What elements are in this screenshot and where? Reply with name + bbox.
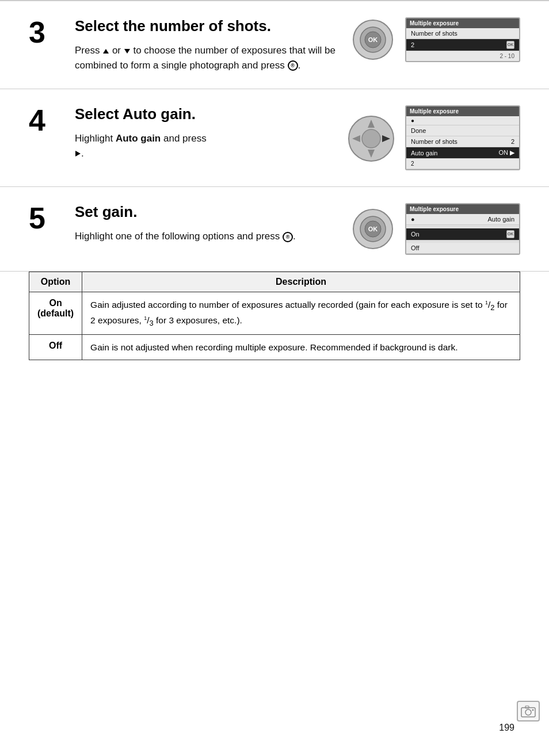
section-3-text: Select the number of shots. Press or to … bbox=[75, 17, 341, 72]
cam4-row-done: Done bbox=[406, 125, 519, 136]
col-option-header: Option bbox=[29, 272, 82, 292]
col-description-header: Description bbox=[82, 272, 520, 292]
cam3-row1-label: Number of shots bbox=[411, 30, 458, 37]
section-4-icon-screen: Multiple exposure ● Done Number of shots… bbox=[348, 105, 520, 170]
triangle-down-icon bbox=[124, 49, 130, 54]
section-3: 3 Select the number of shots. Press or t… bbox=[0, 1, 549, 89]
cam5-subheader-label: Auto gain bbox=[488, 216, 514, 223]
on-default: (default) bbox=[37, 308, 74, 318]
off-bold: Off bbox=[49, 341, 62, 350]
option-off-desc: Gain is not adjusted when recording mult… bbox=[82, 335, 520, 360]
on-bold: On bbox=[49, 298, 62, 308]
triangle-up-icon bbox=[103, 49, 109, 54]
cam3-row2: 2 OK bbox=[406, 39, 519, 51]
triangle-right-icon bbox=[75, 151, 81, 156]
section-3-number: 3 bbox=[29, 17, 58, 47]
cam4-shots-value: 2 bbox=[511, 138, 514, 145]
cam5-header: Multiple exposure bbox=[406, 204, 519, 214]
svg-text:OK: OK bbox=[368, 226, 378, 232]
ok-circle-icon-5: ® bbox=[283, 232, 293, 242]
section-5-right: OK Multiple exposure ● Auto gain On OK bbox=[352, 203, 520, 255]
cam3-value: 2 bbox=[411, 41, 414, 48]
cam5-subheader-icon: ● bbox=[411, 216, 415, 223]
section-5-text: Set gain. Highlight one of the following… bbox=[75, 203, 341, 244]
cam4-shots-label: Number of shots bbox=[411, 138, 458, 145]
section-4-text: Select Auto gain. Highlight Auto gain an… bbox=[75, 105, 336, 161]
cam4-done-label: Done bbox=[411, 127, 426, 134]
section-5-title: Set gain. bbox=[75, 203, 341, 221]
cam5-subheader: ● Auto gain bbox=[406, 214, 519, 225]
option-off-name: Off bbox=[29, 335, 82, 360]
section-4-number: 4 bbox=[29, 105, 58, 135]
section-3-camera-screen: Multiple exposure Number of shots 2 OK 2… bbox=[405, 17, 520, 62]
svg-rect-16 bbox=[525, 706, 529, 708]
option-on-name: On (default) bbox=[29, 292, 82, 335]
cam4-icon: ● bbox=[411, 117, 414, 124]
svg-point-9 bbox=[362, 129, 380, 148]
table-row-off: Off Gain is not adjusted when recording … bbox=[29, 335, 520, 360]
ok-circle-icon: ® bbox=[288, 60, 298, 71]
section-5-number: 5 bbox=[29, 203, 58, 233]
section-4-right: Multiple exposure ● Done Number of shots… bbox=[348, 105, 520, 170]
cam5-ok-icon: OK bbox=[506, 230, 514, 238]
table-row-on: On (default) Gain adjusted according to … bbox=[29, 292, 520, 335]
section-4-body: Highlight Auto gain and press . bbox=[75, 131, 336, 161]
sub-2: 2 bbox=[490, 303, 494, 312]
dpad-icon bbox=[348, 115, 394, 161]
ok-button-icon-5: OK bbox=[352, 208, 394, 250]
cam4-row-shots: Number of shots 2 bbox=[406, 136, 519, 147]
cam5-off-label: Off bbox=[411, 245, 419, 251]
camera-icon-badge bbox=[517, 701, 540, 721]
page: 3 Select the number of shots. Press or t… bbox=[0, 0, 549, 756]
section-3-body: Press or to choose the number of exposur… bbox=[75, 43, 341, 72]
svg-text:OK: OK bbox=[368, 36, 378, 43]
options-table-section: Option Description On (default) Gain adj… bbox=[0, 272, 549, 377]
section-3-right: OK Multiple exposure Number of shots 2 O… bbox=[352, 17, 520, 62]
options-table: Option Description On (default) Gain adj… bbox=[29, 272, 520, 360]
section-4-title-bold: Auto gain bbox=[123, 105, 192, 123]
cam5-on-label: On bbox=[411, 231, 420, 238]
cam4-gain-value: ON ▶ bbox=[498, 149, 514, 156]
cam3-ok-icon: OK bbox=[506, 41, 514, 49]
section-5-icon-screen: OK Multiple exposure ● Auto gain On OK bbox=[352, 203, 520, 255]
section-4-camera-screen: Multiple exposure ● Done Number of shots… bbox=[405, 105, 520, 170]
cam4-header: Multiple exposure bbox=[406, 106, 519, 116]
cam4-gain-label: Auto gain bbox=[411, 150, 437, 156]
sup-2: 1 bbox=[144, 315, 147, 321]
page-number: 199 bbox=[499, 723, 514, 733]
svg-point-15 bbox=[525, 709, 531, 715]
section-5-camera-screen: Multiple exposure ● Auto gain On OK Off bbox=[405, 203, 520, 255]
cam5-row-off: Off bbox=[406, 243, 519, 254]
section-4-title: Select Auto gain. bbox=[75, 105, 336, 123]
cam3-row1: Number of shots bbox=[406, 28, 519, 39]
cam4-row-gain: Auto gain ON ▶ bbox=[406, 147, 519, 159]
cam3-header: Multiple exposure bbox=[406, 18, 519, 28]
cam5-row-on: On OK bbox=[406, 228, 519, 240]
section-5-body: Highlight one of the following options a… bbox=[75, 229, 341, 244]
cam3-footer: 2 - 10 bbox=[406, 51, 519, 61]
option-on-desc: Gain adjusted according to number of exp… bbox=[82, 292, 520, 335]
dpad bbox=[348, 115, 394, 161]
section-5: 5 Set gain. Highlight one of the followi… bbox=[0, 187, 549, 272]
cam4-icon-row: ● bbox=[406, 116, 519, 125]
camera-icon bbox=[521, 705, 536, 717]
cam4-footer-num: 2 bbox=[411, 161, 414, 167]
ok-button-icon: OK bbox=[352, 19, 394, 60]
sub-3: 3 bbox=[150, 319, 154, 327]
section-3-icon-screen: OK Multiple exposure Number of shots 2 O… bbox=[352, 17, 520, 62]
sup-1: 1 bbox=[485, 300, 488, 306]
section-3-title: Select the number of shots. bbox=[75, 17, 341, 35]
section-4: 4 Select Auto gain. Highlight Auto gain … bbox=[0, 89, 549, 187]
svg-point-17 bbox=[532, 709, 534, 711]
auto-gain-bold: Auto gain bbox=[116, 133, 161, 144]
cam4-footer-row: 2 bbox=[406, 159, 519, 169]
